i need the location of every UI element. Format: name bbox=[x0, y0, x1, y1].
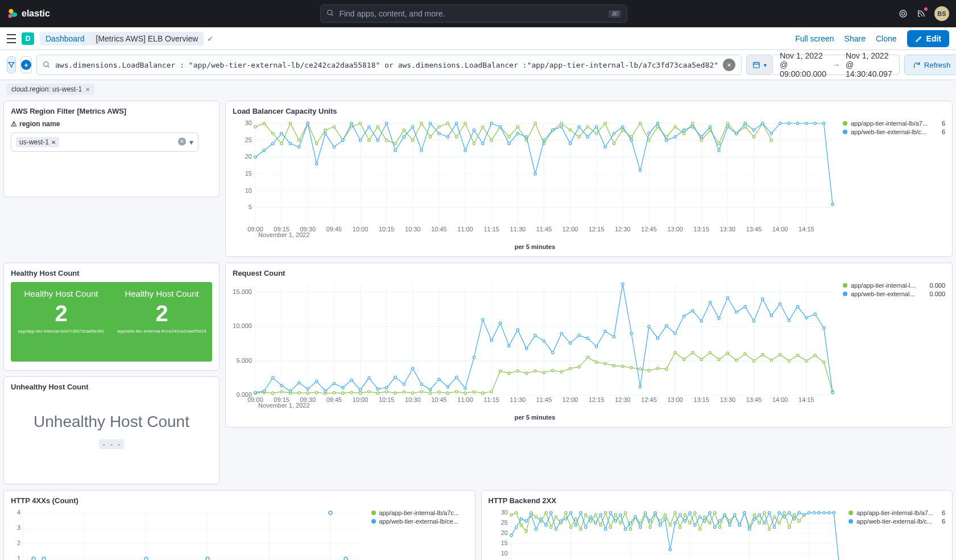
svg-point-475 bbox=[684, 513, 686, 516]
svg-point-408 bbox=[42, 557, 45, 560]
svg-point-473 bbox=[673, 512, 676, 514]
svg-point-71 bbox=[263, 122, 265, 125]
filter-options-button[interactable] bbox=[7, 56, 16, 73]
legend-item[interactable]: app/app-tier-internal-lb/a7...6 bbox=[849, 509, 945, 516]
svg-point-313 bbox=[805, 359, 808, 362]
svg-point-77 bbox=[315, 142, 317, 144]
global-search-input[interactable]: Find apps, content, and more. ⌘/ bbox=[320, 5, 627, 23]
svg-point-518 bbox=[599, 513, 601, 516]
legend-item[interactable]: app/web-tier-external-lb/ce... bbox=[371, 518, 468, 525]
svg-point-329 bbox=[359, 389, 361, 391]
svg-text:25: 25 bbox=[245, 136, 252, 143]
legend-item[interactable]: app/web-tier-external...0.000 bbox=[843, 291, 945, 297]
svg-point-102 bbox=[534, 122, 536, 125]
svg-point-470 bbox=[659, 520, 661, 522]
svg-point-517 bbox=[594, 522, 597, 524]
search-shortcut-hint: ⌘/ bbox=[609, 10, 621, 18]
svg-point-314 bbox=[814, 354, 816, 356]
close-icon[interactable]: ✕ bbox=[85, 86, 90, 93]
svg-point-114 bbox=[639, 122, 641, 125]
svg-point-2 bbox=[9, 14, 13, 18]
search-icon bbox=[326, 9, 334, 19]
chart-lbcu[interactable]: 5101520253009:0009:1509:3009:4510:0010:1… bbox=[233, 120, 837, 239]
svg-point-93 bbox=[456, 136, 458, 138]
filter-pill-region[interactable]: cloud.region: us-west-1 ✕ bbox=[7, 84, 94, 95]
svg-point-322 bbox=[298, 381, 300, 384]
svg-point-88 bbox=[412, 139, 414, 141]
time-range-display[interactable]: Nov 1, 2022 @ 09:00:00.000 → Nov 1, 2022… bbox=[773, 55, 899, 75]
svg-point-551 bbox=[763, 522, 765, 524]
search-placeholder: Find apps, content, and more. bbox=[339, 9, 604, 18]
svg-text:13:00: 13:00 bbox=[667, 226, 683, 233]
query-input[interactable]: aws.dimensions.LoadBalancer : "app/web-t… bbox=[36, 55, 742, 75]
chart-http-4xx[interactable]: 0123409:0010:0011:0012:0013:0014:00Novem… bbox=[11, 509, 366, 560]
clear-icon[interactable]: ✕ bbox=[178, 138, 186, 146]
svg-point-118 bbox=[674, 126, 676, 128]
close-icon[interactable]: ✕ bbox=[51, 139, 56, 146]
brand-logo[interactable]: elastic bbox=[7, 8, 50, 19]
svg-point-537 bbox=[693, 524, 696, 526]
svg-point-85 bbox=[385, 139, 387, 141]
panel-title: Healthy Host Count bbox=[11, 269, 212, 277]
svg-point-370 bbox=[718, 317, 720, 320]
svg-point-287 bbox=[578, 366, 580, 368]
svg-point-141 bbox=[350, 122, 353, 125]
svg-point-124 bbox=[726, 122, 729, 125]
svg-point-188 bbox=[762, 122, 764, 125]
svg-point-371 bbox=[726, 297, 729, 299]
svg-point-453 bbox=[574, 518, 577, 520]
help-icon[interactable] bbox=[898, 9, 908, 19]
region-select[interactable]: us-west-1 ✕ ✕ ▾ bbox=[11, 132, 198, 152]
svg-point-565 bbox=[833, 512, 835, 514]
svg-point-87 bbox=[403, 129, 405, 131]
refresh-button[interactable]: Refresh bbox=[904, 55, 956, 75]
legend-dot-icon bbox=[843, 130, 847, 134]
svg-point-277 bbox=[490, 391, 493, 393]
svg-point-375 bbox=[762, 298, 764, 300]
add-filter-button[interactable]: + bbox=[20, 56, 32, 73]
svg-point-187 bbox=[752, 129, 755, 131]
svg-point-494 bbox=[778, 522, 780, 524]
chart-request-count[interactable]: 0.0005.00010.00015.00009:0009:1509:3009:… bbox=[233, 282, 837, 410]
svg-point-291 bbox=[612, 364, 615, 367]
share-button[interactable]: Share bbox=[845, 34, 866, 43]
date-picker-button[interactable]: ▾ bbox=[746, 55, 773, 75]
breadcrumb-dashboard[interactable]: Dashboard bbox=[40, 32, 90, 45]
panel-title: Request Count bbox=[233, 269, 945, 277]
region-tag[interactable]: us-west-1 ✕ bbox=[16, 137, 59, 147]
svg-point-510 bbox=[560, 520, 562, 522]
nav-toggle-icon[interactable] bbox=[7, 34, 16, 43]
legend-item[interactable]: app/web-tier-external-lb/c...6 bbox=[843, 128, 945, 135]
space-chip[interactable]: D bbox=[22, 32, 34, 45]
user-avatar[interactable]: BS bbox=[934, 6, 949, 21]
legend-item[interactable]: app/app-tier-internal-lb/a7c... bbox=[371, 509, 468, 516]
edit-button[interactable]: Edit bbox=[907, 30, 949, 47]
svg-point-155 bbox=[473, 129, 475, 131]
svg-point-534 bbox=[678, 513, 681, 516]
fullscreen-button[interactable]: Full screen bbox=[795, 34, 834, 43]
svg-point-493 bbox=[773, 516, 775, 518]
svg-point-364 bbox=[665, 325, 668, 327]
legend-item[interactable]: app/app-tier-internal-lb/a7...6 bbox=[843, 120, 945, 127]
clear-query-icon[interactable]: ✕ bbox=[723, 59, 735, 71]
chevron-down-icon[interactable]: ▾ bbox=[189, 138, 193, 147]
svg-text:15: 15 bbox=[245, 170, 252, 177]
svg-point-342 bbox=[473, 356, 475, 358]
newsfeed-icon[interactable] bbox=[916, 9, 926, 19]
svg-point-196 bbox=[831, 203, 834, 205]
clone-button[interactable]: Clone bbox=[876, 34, 897, 43]
svg-point-161 bbox=[525, 136, 528, 138]
svg-point-166 bbox=[569, 142, 571, 144]
svg-point-107 bbox=[578, 136, 580, 138]
svg-point-148 bbox=[412, 126, 414, 128]
legend-item[interactable]: app/web-tier-external-lb/c...6 bbox=[849, 518, 945, 525]
legend-item[interactable]: app/app-tier-internal-l...0.000 bbox=[843, 282, 945, 289]
svg-point-143 bbox=[368, 126, 370, 128]
svg-point-532 bbox=[669, 549, 671, 551]
svg-text:11:45: 11:45 bbox=[536, 396, 552, 403]
svg-point-164 bbox=[552, 129, 554, 131]
svg-point-526 bbox=[639, 526, 641, 528]
chart-http-2xx[interactable]: 05101520253009:0010:0011:0012:0013:0014:… bbox=[489, 509, 843, 560]
legend-http-4xx: app/app-tier-internal-lb/a7c...app/web-t… bbox=[371, 509, 468, 560]
svg-point-552 bbox=[768, 512, 770, 514]
